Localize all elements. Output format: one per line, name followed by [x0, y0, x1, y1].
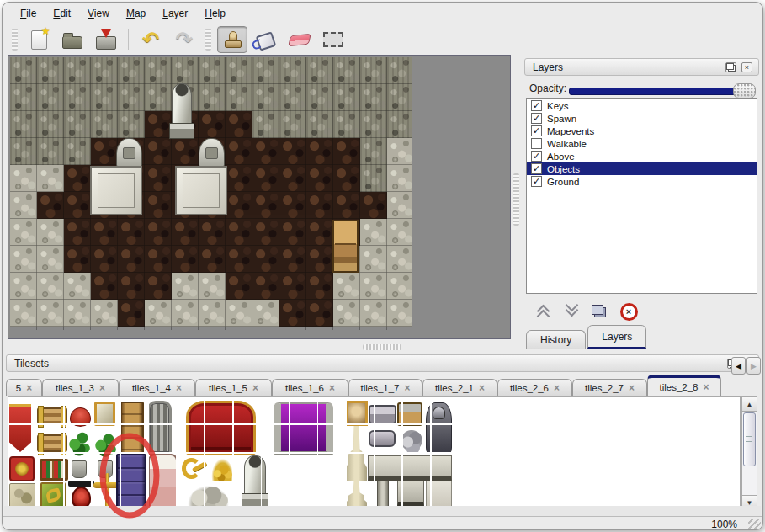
layer-checkbox[interactable]: ✓: [531, 113, 542, 124]
menu-help[interactable]: Help: [197, 5, 233, 22]
map-tile-crypt-floor[interactable]: [226, 273, 252, 300]
map-tile-cliff-rock[interactable]: [387, 57, 412, 84]
map-tile-cliff-rock[interactable]: [306, 111, 333, 138]
tile-purple-door[interactable]: [116, 454, 146, 509]
map-tile-rubble-rock[interactable]: [172, 273, 199, 300]
tileset-tab-tiles_1_4[interactable]: tiles_1_4×: [119, 379, 195, 396]
map-tile-cliff-rock[interactable]: [333, 111, 360, 138]
save-button[interactable]: [91, 26, 121, 53]
map-tile-crypt-floor[interactable]: [118, 246, 145, 273]
map-tile-crypt-floor[interactable]: [91, 273, 118, 300]
map-tile-cliff-rock[interactable]: [279, 111, 306, 138]
map-tile-crypt-floor[interactable]: [252, 273, 279, 300]
map-tile-crypt-floor[interactable]: [279, 165, 306, 192]
map-tile-crypt-floor[interactable]: [172, 219, 199, 246]
map-tile-crypt-floor[interactable]: [333, 138, 360, 165]
redo-button[interactable]: ↷: [169, 26, 199, 53]
map-tile-rubble-rock[interactable]: [387, 219, 412, 246]
map-tile-cliff-rock[interactable]: [118, 57, 145, 84]
tile-mirror-dresser[interactable]: [94, 402, 115, 426]
tombstone-right[interactable]: [199, 138, 225, 167]
layer-checkbox[interactable]: ✓: [531, 151, 542, 162]
layer-row-spawn[interactable]: ✓Spawn: [527, 112, 757, 125]
map-tile-cliff-rock[interactable]: [91, 57, 118, 84]
map-tile-cliff-rock[interactable]: [306, 84, 333, 111]
map-tile-rubble-rock[interactable]: [387, 246, 412, 273]
map-tile-rubble-rock[interactable]: [10, 219, 37, 246]
tile-loom-top[interactable]: [37, 407, 67, 424]
map-tile-crypt-floor[interactable]: [279, 219, 306, 246]
map-tile-crypt-floor[interactable]: [360, 192, 387, 219]
map-tile-cliff-rock[interactable]: [37, 111, 64, 138]
platform-left[interactable]: [90, 166, 142, 215]
map-tile-rubble-rock[interactable]: [360, 300, 387, 327]
map-tile-cliff-rock[interactable]: [252, 111, 279, 138]
map-tile-crypt-floor[interactable]: [306, 138, 333, 165]
open-button[interactable]: [57, 26, 88, 53]
layer-row-keys[interactable]: ✓Keys: [527, 99, 757, 112]
map-tile-rubble-rock[interactable]: [199, 300, 226, 327]
map-tile-crypt-floor[interactable]: [252, 192, 279, 219]
map-tile-rubble-rock[interactable]: [64, 273, 91, 300]
tile-wall-block-dark[interactable]: [397, 481, 424, 507]
map-tile-crypt-floor[interactable]: [306, 300, 333, 327]
map-tile-cliff-rock[interactable]: [360, 57, 387, 84]
map-tile-rubble-rock[interactable]: [252, 300, 279, 327]
tile-armor-pile[interactable]: [399, 428, 424, 454]
map-tile-rubble-rock[interactable]: [360, 246, 387, 273]
map-tile-crypt-floor[interactable]: [118, 300, 145, 327]
toolbar-grip[interactable]: [12, 29, 18, 51]
fill-tool-button[interactable]: [251, 26, 281, 53]
horizontal-splitter[interactable]: [6, 342, 521, 352]
map-tile-cliff-rock[interactable]: [387, 111, 412, 138]
tile-knight-armor[interactable]: [426, 402, 452, 454]
tile-gray-gate[interactable]: [147, 401, 172, 455]
map-tile-crypt-floor[interactable]: [91, 246, 118, 273]
map-tile-cliff-rock[interactable]: [333, 57, 360, 84]
tileset-tab-tiles_2_8[interactable]: tiles_2_8×: [647, 375, 721, 396]
delete-layer-button[interactable]: ×: [619, 301, 639, 322]
map-tile-crypt-floor[interactable]: [145, 192, 172, 219]
tab-scroll-left-button[interactable]: ◀: [731, 357, 746, 375]
tile-purple-throne[interactable]: [274, 402, 333, 455]
map-tile-crypt-floor[interactable]: [306, 273, 333, 300]
map-tile-rubble-rock[interactable]: [226, 300, 252, 327]
tile-red-wheel[interactable]: [68, 478, 94, 509]
tileset-tab-tiles_2_1[interactable]: tiles_2_1×: [422, 379, 497, 396]
layer-checkbox[interactable]: ✓: [531, 176, 542, 187]
map-tile-crypt-floor[interactable]: [118, 273, 145, 300]
map-tile-cliff-rock[interactable]: [360, 138, 387, 165]
opacity-slider-track[interactable]: [569, 88, 737, 95]
map-tile-rubble-rock[interactable]: [10, 246, 37, 273]
tileset-scrollbar[interactable]: ▲ ▼: [741, 396, 757, 509]
tile-palm-plant[interactable]: [67, 430, 91, 479]
tile-wooden-door[interactable]: [120, 402, 144, 454]
duplicate-layer-button[interactable]: [590, 301, 610, 322]
tile-bookshelf[interactable]: [40, 459, 68, 481]
map-tile-cliff-rock[interactable]: [10, 138, 37, 165]
map-tile-crypt-floor[interactable]: [226, 165, 252, 192]
map-tile-cliff-rock[interactable]: [360, 165, 387, 192]
map-tile-rubble-rock[interactable]: [360, 273, 387, 300]
tile-leafy-plant[interactable]: [93, 432, 117, 479]
map-tile-crypt-floor[interactable]: [145, 138, 172, 165]
menu-file[interactable]: File: [13, 5, 44, 22]
map-tile-crypt-floor[interactable]: [199, 111, 226, 138]
tile-framed-portrait[interactable]: [345, 401, 368, 426]
opacity-slider-handle[interactable]: [733, 83, 756, 98]
map-tile-cliff-rock[interactable]: [91, 111, 118, 138]
tile-wall-top[interactable]: [368, 455, 452, 481]
menu-map[interactable]: Map: [119, 5, 153, 22]
resize-grip[interactable]: [748, 519, 761, 529]
map-tile-crypt-floor[interactable]: [333, 192, 360, 219]
map-tile-crypt-floor[interactable]: [226, 138, 252, 165]
tileset-tab-tiles_1_6[interactable]: tiles_1_6×: [272, 379, 348, 396]
map-tile-crypt-floor[interactable]: [252, 165, 279, 192]
map-tile-rubble-rock[interactable]: [387, 165, 412, 192]
map-tile-crypt-floor[interactable]: [226, 111, 252, 138]
map-tile-cliff-rock[interactable]: [64, 138, 91, 165]
map-tile-crypt-floor[interactable]: [91, 219, 118, 246]
tile-stone-tablet[interactable]: [9, 483, 36, 508]
map-tile-rubble-rock[interactable]: [91, 300, 118, 327]
map-tile-cliff-rock[interactable]: [199, 57, 226, 84]
